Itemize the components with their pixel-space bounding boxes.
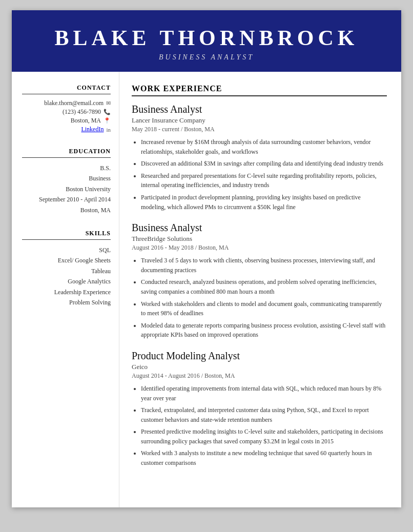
- job-meta: May 2018 - current / Boston, MA: [132, 126, 387, 133]
- job-bullets: Increased revenue by $16M through analys…: [132, 137, 387, 212]
- job-title: Product Modeling Analyst: [132, 350, 387, 362]
- bullet-item: Presented predictive modeling insights t…: [141, 427, 387, 446]
- edu-location: Boston, MA: [22, 205, 111, 215]
- contact-title: CONTACT: [22, 84, 111, 94]
- skill-item: Problem Solving: [22, 297, 111, 308]
- bullet-item: Worked with 3 analysts to institute a ne…: [141, 448, 387, 467]
- job-bullets: Identified operating improvements from i…: [132, 384, 387, 468]
- candidate-name: BLAKE THORNBROCK: [22, 26, 391, 50]
- resume-document: BLAKE THORNBROCK BUSINESS ANALYST CONTAC…: [12, 10, 401, 507]
- contact-section: CONTACT blake.thorn@email.com ✉ (123) 45…: [22, 84, 111, 133]
- skill-item: Tableau: [22, 266, 111, 276]
- job-title: Business Analyst: [132, 222, 387, 234]
- bullet-item: Worked with stakeholders and clients to …: [141, 299, 387, 318]
- skill-item: Google Analytics: [22, 276, 111, 287]
- location-icon: 📍: [104, 117, 111, 124]
- linkedin-row: LinkedIn in: [22, 126, 111, 133]
- phone-icon: 📞: [104, 109, 111, 115]
- bullet-item: Traveled 3 of 5 days to work with client…: [141, 256, 387, 275]
- phone-text: (123) 456-7890: [63, 108, 101, 116]
- job-block: Business AnalystLancer Insurance Company…: [132, 104, 387, 212]
- linkedin-icon: in: [106, 127, 111, 133]
- job-bullets: Traveled 3 of 5 days to work with client…: [132, 256, 387, 340]
- phone-row: (123) 456-7890 📞: [22, 108, 111, 116]
- education-section: EDUCATION B.S. Business Boston Universit…: [22, 148, 111, 215]
- major: Business: [22, 173, 111, 183]
- skill-item: Excel/ Google Sheets: [22, 255, 111, 265]
- sidebar: CONTACT blake.thorn@email.com ✉ (123) 45…: [12, 72, 119, 507]
- bullet-item: Identified operating improvements from i…: [141, 384, 387, 403]
- skills-list: SQLExcel/ Google SheetsTableauGoogle Ana…: [22, 245, 111, 308]
- bullet-item: Tracked, extrapolated, and interpreted c…: [141, 405, 387, 424]
- job-title: Business Analyst: [132, 104, 387, 115]
- bullet-item: Conducted research, analyzed business op…: [141, 277, 387, 296]
- resume-body: CONTACT blake.thorn@email.com ✉ (123) 45…: [12, 72, 401, 507]
- bullet-item: Increased revenue by $16M through analys…: [141, 137, 387, 156]
- location-text: Boston, MA: [71, 117, 101, 125]
- skill-item: Leadership Experience: [22, 287, 111, 297]
- email-icon: ✉: [106, 100, 111, 107]
- bullet-item: Discovered an additional $3M in savings …: [141, 159, 387, 169]
- resume-header: BLAKE THORNBROCK BUSINESS ANALYST: [12, 10, 401, 72]
- skills-section: SKILLS SQLExcel/ Google SheetsTableauGoo…: [22, 230, 111, 308]
- university: Boston University: [22, 184, 111, 194]
- email-text: blake.thorn@email.com: [44, 99, 104, 107]
- job-meta: August 2016 - May 2018 / Boston, MA: [132, 244, 387, 252]
- linkedin-link[interactable]: LinkedIn: [81, 126, 104, 133]
- job-block: Business AnalystThreeBridge SolutionsAug…: [132, 222, 387, 340]
- job-meta: August 2014 - August 2016 / Boston, MA: [132, 372, 387, 380]
- bullet-item: Modeled data to generate reports compari…: [141, 321, 387, 340]
- education-title: EDUCATION: [22, 148, 111, 158]
- bullet-item: Participated in product development plan…: [141, 193, 387, 212]
- work-experience-title: WORK EXPERIENCE: [132, 84, 387, 96]
- education-details: B.S. Business Boston University Septembe…: [22, 163, 111, 215]
- company-name: Lancer Insurance Company: [132, 116, 387, 125]
- jobs-container: Business AnalystLancer Insurance Company…: [132, 104, 387, 468]
- job-block: Product Modeling AnalystGeicoAugust 2014…: [132, 350, 387, 468]
- candidate-title: BUSINESS ANALYST: [22, 53, 391, 62]
- skills-title: SKILLS: [22, 230, 111, 240]
- edu-dates: September 2010 - April 2014: [22, 194, 111, 204]
- email-row: blake.thorn@email.com ✉: [22, 99, 111, 107]
- skill-item: SQL: [22, 245, 111, 255]
- main-content: WORK EXPERIENCE Business AnalystLancer I…: [119, 72, 401, 507]
- degree: B.S.: [22, 163, 111, 173]
- work-experience-section: WORK EXPERIENCE Business AnalystLancer I…: [132, 84, 387, 468]
- bullet-item: Researched and prepared presentations fo…: [141, 171, 387, 190]
- company-name: ThreeBridge Solutions: [132, 235, 387, 243]
- company-name: Geico: [132, 363, 387, 371]
- location-row: Boston, MA 📍: [22, 117, 111, 125]
